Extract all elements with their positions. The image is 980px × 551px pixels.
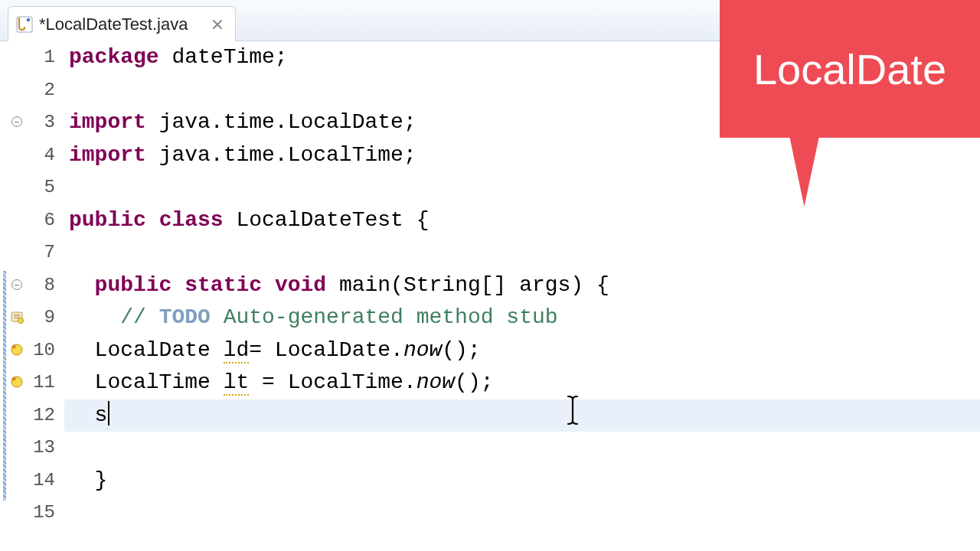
code-line <box>69 236 980 269</box>
code-line: public class LocalDateTest { <box>69 204 980 237</box>
line-number: 4 <box>26 139 55 172</box>
text-caret <box>108 401 109 425</box>
svg-point-1 <box>27 18 31 21</box>
line-number: 7 <box>26 236 55 269</box>
line-number: 6 <box>26 204 55 237</box>
warning-icon[interactable] <box>9 374 24 390</box>
line-number: 14 <box>26 465 55 497</box>
code-line <box>69 171 980 204</box>
tab-title: *LocalDateTest.java <box>39 15 188 34</box>
svg-point-3 <box>18 318 24 324</box>
line-number-gutter: 1 2 3 4 5 6 7 8 9 10 11 12 13 14 15 <box>26 41 64 551</box>
line-number: 15 <box>26 497 55 530</box>
warning-icon[interactable] <box>9 342 24 357</box>
line-number: 9 <box>26 302 55 334</box>
callout-text: LocalDate <box>753 44 946 94</box>
line-number: 10 <box>26 334 55 367</box>
line-number: 12 <box>26 399 55 432</box>
line-number: 13 <box>26 432 55 465</box>
svg-point-5 <box>12 345 16 349</box>
annotation-column: − − <box>9 41 26 551</box>
annotation-callout: LocalDate <box>720 0 980 138</box>
code-line: import java.time.LocalTime; <box>69 139 980 172</box>
line-number: 3 <box>26 106 55 139</box>
line-number: 8 <box>26 269 55 302</box>
line-number: 5 <box>26 171 55 204</box>
fold-toggle-imports[interactable]: − <box>9 114 24 129</box>
code-line: s <box>69 399 980 432</box>
code-line: LocalDate ld= LocalDate.now(); <box>69 334 980 367</box>
line-number: 2 <box>26 74 55 107</box>
code-line <box>69 432 980 465</box>
code-line: } <box>69 465 980 497</box>
fold-toggle-method[interactable]: − <box>9 277 24 292</box>
code-line: // TODO Auto-generated method stub <box>69 302 980 334</box>
svg-point-7 <box>12 377 16 381</box>
code-line <box>69 497 980 530</box>
code-line: LocalTime lt = LocalTime.now(); <box>69 367 980 399</box>
line-number: 11 <box>26 367 55 399</box>
change-marker-column <box>0 41 9 551</box>
close-tab-icon[interactable] <box>211 18 224 31</box>
editor-tab-localdatetest[interactable]: *LocalDateTest.java <box>8 6 236 41</box>
java-file-icon <box>16 16 33 33</box>
line-number: 1 <box>26 41 55 74</box>
code-line: public static void main(String[] args) { <box>69 269 980 302</box>
quickfix-icon[interactable] <box>9 309 24 324</box>
